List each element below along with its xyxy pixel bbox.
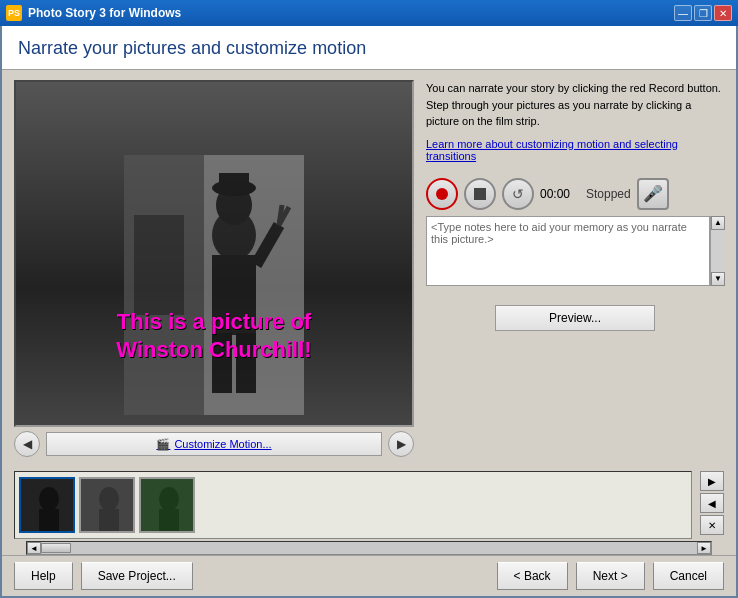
svg-rect-15 — [39, 509, 59, 533]
scroll-right-button[interactable]: ► — [697, 542, 711, 554]
save-project-button[interactable]: Save Project... — [81, 562, 193, 590]
preview-button[interactable]: Preview... — [495, 305, 655, 331]
main-window: Narrate your pictures and customize moti… — [0, 26, 738, 598]
close-button[interactable]: ✕ — [714, 5, 732, 21]
status-display: Stopped — [586, 187, 631, 201]
picture-frame: This is a picture of Winston Churchill! — [14, 80, 414, 427]
svg-rect-2 — [134, 215, 184, 315]
info-description: You can narrate your story by clicking t… — [426, 80, 724, 130]
svg-point-14 — [39, 487, 59, 511]
svg-rect-18 — [99, 509, 119, 533]
cancel-button[interactable]: Cancel — [653, 562, 724, 590]
filmstrip-delete-button[interactable]: ✕ — [700, 515, 724, 535]
customize-icon: 🎬 — [156, 438, 170, 451]
scroll-track-horizontal — [41, 542, 697, 554]
churchill-figure — [124, 155, 304, 415]
record-icon — [436, 188, 448, 200]
filmstrip-forward-button[interactable]: ▶ — [700, 471, 724, 491]
record-button[interactable] — [426, 178, 458, 210]
next-button[interactable]: Next > — [576, 562, 645, 590]
filmstrip-thumb-3[interactable] — [139, 477, 195, 533]
filmstrip — [14, 471, 692, 539]
titlebar: PS Photo Story 3 for Windows — ❐ ✕ — [0, 0, 738, 26]
filmstrip-thumb-1[interactable] — [19, 477, 75, 533]
svg-point-17 — [99, 487, 119, 511]
scroll-track — [711, 230, 724, 272]
time-display: 00:00 — [540, 187, 580, 201]
left-panel: This is a picture of Winston Churchill! … — [14, 80, 414, 457]
customize-motion-button[interactable]: 🎬 Customize Motion... — [46, 432, 382, 456]
filmstrip-thumb-2[interactable] — [79, 477, 135, 533]
page-title: Narrate your pictures and customize moti… — [18, 38, 720, 59]
window-title: Photo Story 3 for Windows — [28, 6, 674, 20]
replay-button[interactable]: ↺ — [502, 178, 534, 210]
stop-icon — [474, 188, 486, 200]
bottom-bar: Help Save Project... < Back Next > Cance… — [2, 555, 736, 596]
mic-button[interactable]: 🎤 — [637, 178, 669, 210]
mic-icon: 🎤 — [643, 184, 663, 203]
help-button[interactable]: Help — [14, 562, 73, 590]
scroll-down-button[interactable]: ▼ — [711, 272, 725, 286]
minimize-button[interactable]: — — [674, 5, 692, 21]
notes-textarea[interactable]: <Type notes here to aid your memory as y… — [426, 216, 710, 286]
notes-wrapper: <Type notes here to aid your memory as y… — [426, 216, 724, 289]
scroll-up-button[interactable]: ▲ — [711, 216, 725, 230]
picture-caption: This is a picture of Winston Churchill! — [16, 308, 412, 365]
replay-icon: ↺ — [512, 186, 524, 202]
audio-controls: ↺ 00:00 Stopped 🎤 — [426, 178, 724, 210]
right-panel: You can narrate your story by clicking t… — [426, 80, 724, 457]
filmstrip-section: ▶ ◀ ✕ ◄ ► — [2, 467, 736, 555]
window-controls: — ❐ ✕ — [674, 5, 732, 21]
filmstrip-back-button[interactable]: ◀ — [700, 493, 724, 513]
next-arrow-button[interactable]: ▶ — [388, 431, 414, 457]
header: Narrate your pictures and customize moti… — [2, 26, 736, 70]
filmstrip-controls: ▶ ◀ ✕ — [696, 471, 724, 539]
svg-rect-6 — [219, 173, 249, 193]
content-area: This is a picture of Winston Churchill! … — [2, 70, 736, 467]
app-icon: PS — [6, 5, 22, 21]
scroll-left-button[interactable]: ◄ — [27, 542, 41, 554]
restore-button[interactable]: ❐ — [694, 5, 712, 21]
nav-controls: ◀ 🎬 Customize Motion... ▶ — [14, 431, 414, 457]
learn-more-link[interactable]: Learn more about customizing motion and … — [426, 138, 724, 162]
svg-point-20 — [159, 487, 179, 511]
svg-rect-21 — [159, 509, 179, 533]
filmstrip-scroll — [15, 473, 199, 537]
filmstrip-scrollbar: ◄ ► — [26, 541, 712, 555]
stop-button[interactable] — [464, 178, 496, 210]
prev-arrow-button[interactable]: ◀ — [14, 431, 40, 457]
picture-display: This is a picture of Winston Churchill! — [16, 82, 412, 425]
notes-scrollbar: ▲ ▼ — [710, 216, 724, 286]
scroll-thumb-horizontal — [41, 543, 71, 553]
back-button[interactable]: < Back — [497, 562, 568, 590]
